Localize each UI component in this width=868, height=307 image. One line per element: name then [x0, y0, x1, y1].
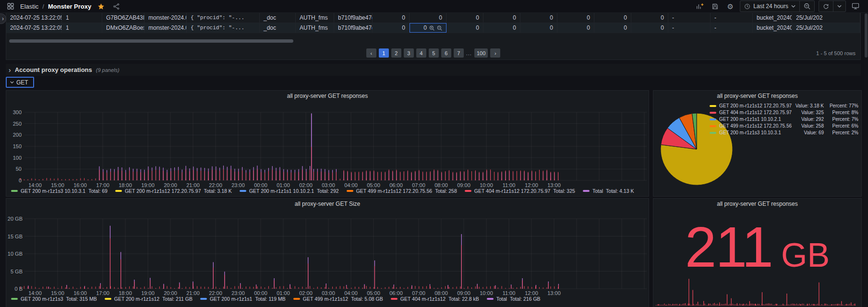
table-horizontal-scrollbar[interactable] — [9, 39, 858, 43]
stat-unit: GB — [781, 238, 830, 272]
pagination-page-1[interactable]: 1 — [379, 48, 389, 58]
time-range-picker[interactable]: Last 24 hours — [740, 1, 799, 12]
svg-text:07:00: 07:00 — [412, 290, 425, 296]
scrollbar-thumb[interactable] — [9, 39, 293, 43]
cell-value: 0 — [550, 24, 553, 31]
favorite-star-icon[interactable] — [95, 0, 107, 12]
scrollbar-thumb[interactable] — [865, 13, 868, 58]
pagination-page-6[interactable]: 6 — [441, 48, 451, 58]
svg-text:23:00: 23:00 — [231, 290, 245, 296]
pie-legend-item[interactable]: GET 200 m-r1z1s3 10.10.3.1Value: 69Perce… — [710, 130, 858, 135]
dashboard-row-account-proxy-operations[interactable]: › Account proxy operations (9 panels) — [6, 64, 861, 76]
save-dashboard-icon[interactable] — [709, 0, 721, 12]
legend-value: Total: 211 GB — [162, 296, 193, 302]
cell-value: 0 — [402, 24, 405, 31]
table-cell: - — [711, 23, 753, 33]
table-cell: 0 — [483, 13, 520, 23]
svg-text:19:00: 19:00 — [141, 182, 155, 188]
svg-text:22:00: 22:00 — [209, 182, 222, 188]
zoom-out-time-range-button[interactable] — [799, 1, 814, 12]
apps-grid-icon[interactable] — [5, 0, 16, 12]
pie-legend-item[interactable]: GET 200 m-r1z1s1 10.10.2.1Value: 292Perc… — [710, 117, 858, 122]
cell-value: 0 — [587, 14, 590, 21]
svg-text:150: 150 — [13, 143, 22, 149]
cell-value: 2024-07-25 13:22:05 — [10, 14, 62, 21]
legend-item[interactable]: GET 200 m-r1z1s3Total: 315 MB — [11, 296, 97, 302]
legend-value: Total: 3.18 K — [204, 188, 232, 194]
nav-actions: ⚙ Last 24 hours — [694, 0, 861, 12]
legend-item[interactable]: GET 499 m-r1z1s12 172.20.75.56Total: 258 — [347, 188, 457, 194]
legend-swatch — [710, 132, 716, 134]
row-title: Account proxy operations — [15, 66, 92, 73]
table-cell: 2024-07-25 13:22:05 — [6, 23, 62, 33]
legend-item[interactable]: GET 404 m-r1z1s12 172.20.75.97Total: 325 — [465, 188, 575, 194]
table-cell: monster-2024.07... — [145, 13, 187, 23]
time-picker-group: Last 24 hours — [740, 0, 815, 12]
zoom-in-icon[interactable] — [429, 25, 434, 31]
svg-text:20 GB: 20 GB — [8, 216, 23, 222]
panel-title[interactable]: all proxy-server GET responses — [653, 201, 861, 207]
pagination-ellipsis: ... — [466, 50, 472, 56]
legend-percent: Percent: 77% — [827, 103, 858, 108]
table-cell: 0 — [557, 13, 594, 23]
legend-item[interactable]: GET 200 m-r1z1s12 172.20.75.97Total: 3.1… — [115, 188, 232, 194]
get-variable-button[interactable]: GET — [6, 77, 34, 88]
share-icon[interactable] — [110, 0, 122, 12]
kiosk-monitor-icon[interactable] — [850, 0, 861, 12]
zoom-out-icon[interactable] — [437, 25, 442, 31]
legend-item[interactable]: GET 200 m-r1z1s1 10.10.2.1Total: 292 — [240, 188, 339, 194]
breadcrumb: Elastic / Monster Proxy — [5, 0, 122, 12]
table-cell: 2024-07-25 13:22:05 — [6, 13, 62, 23]
legend-item[interactable]: GET 200 m-r1z1s1Total: 119 MB — [200, 296, 286, 302]
legend-value: Total: 216 GB — [510, 296, 541, 302]
pie-legend-item[interactable]: GET 200 m-r1z1s12 172.20.75.97Value: 3.1… — [710, 103, 858, 108]
table-panel: 2024-07-25 13:22:051G7BO6ZAB43IId...mons… — [6, 13, 861, 60]
row-count-label: 1 - 5 of 500 rows — [816, 50, 856, 56]
legend-item[interactable]: GET 200 m-r1z1s12Total: 211 GB — [105, 296, 193, 302]
legend-percent: Percent: 6% — [827, 123, 858, 129]
cell-value: 1 — [66, 14, 69, 21]
pagination-next[interactable]: › — [490, 48, 500, 58]
legend-item[interactable]: TotalTotal: 4.13 K — [583, 188, 634, 194]
svg-text:11:00: 11:00 — [503, 182, 516, 188]
pie-legend-item[interactable]: GET 404 m-r1z1s12 172.20.75.97Value: 325… — [710, 110, 858, 115]
breadcrumb-separator: / — [42, 3, 44, 10]
table-row: 2024-07-25 13:22:051DMxO6ZABoexRf...mons… — [6, 23, 860, 33]
pagination-page-100[interactable]: 100 — [474, 48, 488, 58]
pagination-page-3[interactable]: 3 — [404, 48, 414, 58]
svg-text:15 GB: 15 GB — [8, 234, 23, 239]
breadcrumb-app[interactable]: Elastic — [20, 3, 38, 10]
legend-item[interactable]: TotalTotal: 216 GB — [487, 296, 541, 302]
timeseries-chart[interactable]: 0 B5 GB10 GB15 GB20 GB14:0015:0016:0017:… — [6, 199, 649, 307]
legend-label: GET 200 m-r1z1s1 — [210, 296, 253, 302]
legend-swatch — [240, 190, 246, 192]
svg-text:100: 100 — [13, 155, 22, 161]
legend-value: Total: 5.08 GB — [351, 296, 383, 302]
pagination-page-2[interactable]: 2 — [391, 48, 401, 58]
table-cell: 0 — [410, 23, 446, 33]
table-cell: 0 — [557, 23, 594, 33]
table-body: 2024-07-25 13:22:051G7BO6ZAB43IId...mons… — [6, 13, 860, 33]
legend-item[interactable]: GET 404 m-r1z1s12Total: 22.8 kB — [391, 296, 479, 302]
dashboard-settings-gear-icon[interactable]: ⚙ — [724, 0, 736, 12]
pagination-page-7[interactable]: 7 — [454, 48, 464, 58]
pagination-prev[interactable]: ‹ — [366, 48, 376, 58]
svg-text:08:00: 08:00 — [434, 290, 448, 296]
legend-item[interactable]: GET 499 m-r1z1s12Total: 5.08 GB — [293, 296, 383, 302]
refresh-dashboard-button[interactable] — [819, 1, 833, 12]
cell-value: G7BO6ZAB43IId... — [106, 14, 145, 21]
legend-item[interactable]: GET 200 m-r1z1s3 10.10.3.1Total: 69 — [11, 188, 108, 194]
cell-value: bucket_20240725 — [757, 14, 792, 21]
legend-swatch — [200, 298, 207, 300]
refresh-interval-dropdown[interactable] — [833, 1, 845, 12]
add-panel-icon[interactable] — [694, 0, 705, 12]
timeseries-chart[interactable]: 05010015020025030014:0015:0016:0017:0018… — [6, 91, 649, 196]
cell-value: 0 — [476, 14, 479, 21]
pagination-page-4[interactable]: 4 — [416, 48, 426, 58]
table-cell: 0 — [373, 23, 410, 33]
svg-text:08:00: 08:00 — [434, 182, 448, 188]
pie-legend-item[interactable]: GET 499 m-r1z1s12 172.20.75.56Value: 258… — [710, 123, 858, 129]
pagination-page-5[interactable]: 5 — [429, 48, 439, 58]
table-cell: 0 — [520, 13, 557, 23]
page-vertical-scrollbar[interactable] — [864, 13, 868, 307]
